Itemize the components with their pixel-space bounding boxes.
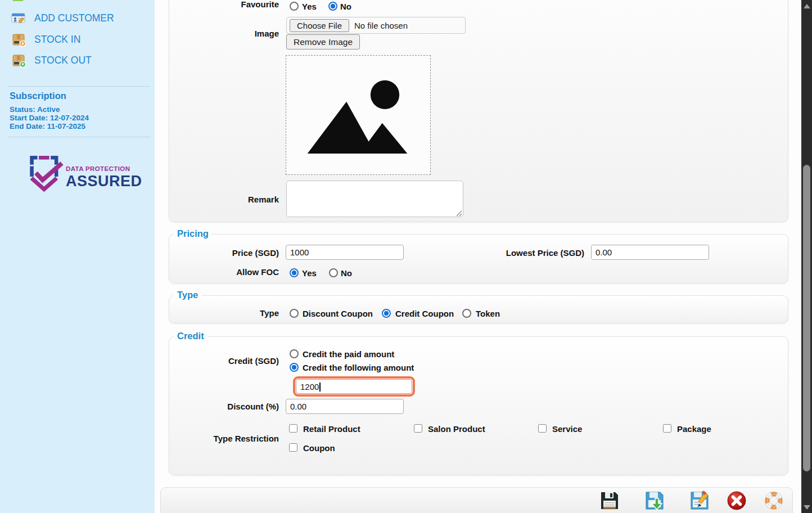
type-radio-discount-coupon[interactable] — [290, 309, 299, 318]
credit-radio-following-amount[interactable] — [290, 363, 299, 372]
remark-label: Remark — [169, 195, 279, 204]
checkbox-retail-product[interactable] — [289, 424, 297, 433]
sidebar-item-add-customer[interactable]: ADD CUSTOMER — [11, 10, 114, 26]
pricing-legend: Pricing — [174, 228, 212, 239]
sidebar-item-label: ADD PAYMENT — [34, 0, 104, 2]
price-input[interactable] — [286, 245, 404, 260]
image-label: Image — [169, 29, 279, 38]
image-placeholder — [286, 55, 431, 175]
sidebar-item-stock-out[interactable]: STOCK OUT — [11, 52, 92, 68]
dpa-badge-line1: DATA PROTECTION — [66, 165, 142, 172]
foc-radio-yes-label[interactable]: Yes — [302, 268, 317, 278]
sidebar-item-stock-in[interactable]: STOCK IN — [11, 32, 80, 47]
credit-radio-following-amount-label[interactable]: Credit the following amount — [303, 363, 414, 372]
credit-legend: Credit — [174, 331, 207, 341]
focus-highlight-ring: 1200 — [293, 376, 415, 397]
favourite-radio-no-label[interactable]: No — [340, 2, 351, 11]
type-label: Type — [169, 308, 279, 318]
type-radio-token-label[interactable]: Token — [476, 309, 500, 318]
favourite-radio-no[interactable] — [328, 2, 337, 11]
discount-label: Discount (%) — [169, 402, 279, 411]
text-caret — [319, 382, 321, 392]
checkbox-salon-product-label[interactable]: Salon Product — [428, 424, 485, 434]
sidebar-item-add-payment[interactable]: ADD PAYMENT — [11, 0, 104, 4]
credit-amount-input[interactable]: 1200 — [296, 379, 412, 394]
allow-foc-label: Allow FOC — [169, 267, 279, 277]
checkbox-package-label[interactable]: Package — [677, 424, 711, 434]
favourite-label: Favourite — [169, 0, 279, 9]
textarea-resize-handle[interactable] — [456, 210, 462, 217]
checkbox-salon-product[interactable] — [414, 424, 422, 433]
price-label: Price (SGD) — [169, 248, 279, 258]
favourite-radio-yes[interactable] — [290, 2, 299, 11]
credit-radio-paid-amount-label[interactable]: Credit the paid amount — [303, 349, 394, 359]
file-status-text: No file chosen — [354, 21, 408, 30]
type-radio-credit-coupon-label[interactable]: Credit Coupon — [395, 309, 454, 318]
credit-label: Credit (SGD) — [169, 356, 279, 366]
subscription-start-date: Start Date: 12-07-2024 — [10, 114, 89, 122]
dpa-shield-icon — [27, 153, 64, 197]
checkbox-coupon[interactable] — [289, 443, 297, 452]
image-placeholder-icon — [305, 71, 412, 159]
favourite-radio-yes-label[interactable]: Yes — [302, 2, 317, 11]
add-payment-icon — [11, 0, 26, 3]
remove-image-button[interactable]: Remove Image — [286, 34, 360, 50]
pricing-section: Pricing Price (SGD) Lowest Price (SGD) A… — [169, 234, 788, 284]
stock-in-icon — [11, 32, 26, 47]
sidebar-item-label: STOCK IN — [34, 34, 80, 46]
save-icon — [599, 490, 620, 511]
save-button[interactable]: SAVE — [588, 489, 631, 513]
subscription-status: Status: Active — [10, 105, 60, 114]
sidebar-divider — [7, 86, 150, 87]
dpa-badge: DATA PROTECTION ASSURED — [27, 153, 139, 198]
cancel-icon — [727, 490, 747, 511]
subscription-title: Subscription — [10, 91, 66, 101]
scrollbar-up-arrow[interactable] — [804, 4, 810, 8]
type-radio-discount-coupon-label[interactable]: Discount Coupon — [303, 309, 373, 318]
type-legend: Type — [174, 290, 201, 300]
scrollbar-thumb[interactable] — [803, 165, 810, 471]
save-and-new-button[interactable]: SAVE & NEW — [633, 489, 676, 513]
image-file-input[interactable]: Choose File No file chosen — [286, 17, 466, 34]
type-radio-token[interactable] — [462, 309, 471, 318]
foc-radio-no[interactable] — [329, 268, 338, 277]
sidebar: ADD PAYMENT ADD CUSTOMER STOCK — [0, 0, 155, 513]
save-and-new-icon — [644, 490, 665, 511]
apply-icon — [689, 490, 710, 511]
foc-radio-yes[interactable] — [290, 268, 299, 277]
type-radio-credit-coupon[interactable] — [382, 309, 391, 318]
app-window: ADD PAYMENT ADD CUSTOMER STOCK — [0, 0, 812, 513]
toolbar: SAVE SAVE & NEW APPLY — [160, 487, 793, 513]
checkbox-service-label[interactable]: Service — [552, 424, 582, 434]
cancel-button[interactable]: CANCEL — [715, 489, 758, 513]
subscription-end-date: End Date: 11-07-2025 — [10, 122, 85, 130]
general-section: Favourite Yes No Image Choose File No fi… — [169, 0, 788, 222]
checkbox-retail-product-label[interactable]: Retail Product — [303, 424, 360, 434]
help-button[interactable]: HELP — [752, 489, 795, 513]
scrollbar-down-arrow[interactable] — [804, 505, 810, 510]
checkbox-package[interactable] — [663, 424, 671, 433]
dpa-badge-line2: ASSURED — [66, 173, 142, 190]
stock-out-icon — [11, 53, 26, 68]
lowest-price-label: Lowest Price (SGD) — [417, 248, 584, 258]
checkbox-service[interactable] — [538, 424, 547, 433]
remark-textarea[interactable] — [286, 181, 463, 217]
add-customer-icon — [11, 11, 26, 25]
lowest-price-input[interactable] — [591, 245, 709, 260]
help-icon — [764, 490, 784, 511]
vertical-scrollbar[interactable] — [801, 0, 812, 513]
apply-button[interactable]: APPLY — [678, 489, 721, 513]
credit-radio-paid-amount[interactable] — [290, 349, 299, 358]
foc-radio-no-label[interactable]: No — [341, 268, 352, 278]
checkbox-coupon-label[interactable]: Coupon — [303, 443, 335, 453]
type-section: Type Type Discount Coupon Credit Coupon … — [169, 295, 788, 323]
sidebar-divider — [7, 137, 150, 137]
choose-file-button[interactable]: Choose File — [290, 19, 349, 32]
sidebar-item-label: ADD CUSTOMER — [34, 12, 114, 24]
discount-input[interactable] — [286, 399, 404, 414]
type-restriction-label: Type Restriction — [169, 434, 279, 443]
credit-section: Credit Credit (SGD) Credit the paid amou… — [169, 336, 788, 475]
sidebar-item-label: STOCK OUT — [34, 55, 92, 66]
